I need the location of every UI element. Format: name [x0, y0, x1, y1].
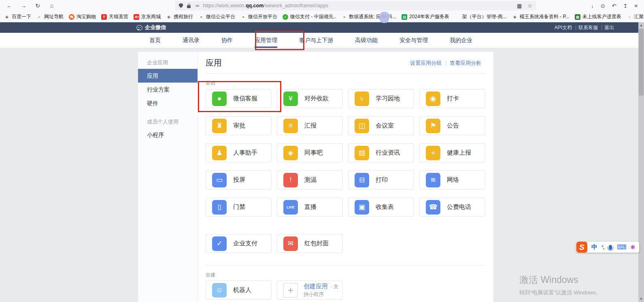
- nav-tab-label: 高级功能: [355, 37, 378, 43]
- bookmark-item[interactable]: ◗ 汇聚支付: [627, 13, 644, 20]
- wework-logo-icon: [136, 25, 142, 30]
- bookmark-item[interactable]: ● 微信开放平台: [240, 13, 277, 20]
- app-card[interactable]: + 健康上报: [419, 143, 485, 162]
- main-tab-bar: 首页 通讯录 协作 应用管理 客户与上下游 高级功能 安全与管理 我的企业: [0, 33, 638, 48]
- bookmark-item[interactable]: 架（平台）管理-商...: [455, 13, 507, 20]
- app-card[interactable]: ♟ 人事助手: [206, 143, 272, 162]
- scroll-down-icon[interactable]: ▼: [638, 296, 644, 302]
- microphone-icon[interactable]: [609, 245, 612, 250]
- bookmark-item[interactable]: ● 微信公众平台: [198, 13, 235, 20]
- bookmark-item[interactable]: ⊕ 百度一下: [4, 13, 31, 20]
- app-card[interactable]: ◈ 同事吧: [277, 143, 343, 162]
- app-card[interactable]: ✓ 企业支付: [206, 234, 272, 253]
- home-icon[interactable]: ⌂: [47, 2, 57, 9]
- sidebar-item[interactable]: 行业方案: [138, 83, 198, 96]
- url-path: /wework_admin/frame#/apps: [264, 3, 328, 9]
- scrollbar-thumb[interactable]: [639, 29, 644, 96]
- tracking-shield-icon[interactable]: [179, 3, 183, 8]
- url-bar[interactable]: o≡ https://work.weixin.qq.com/wework_adm…: [175, 1, 536, 11]
- app-label: 健康上报: [447, 149, 471, 157]
- bookmark-label: 模王系统准备资料 - P...: [520, 13, 570, 20]
- ime-skin-icon[interactable]: ✱: [630, 244, 635, 251]
- nav-tab[interactable]: 首页: [138, 33, 172, 48]
- sidebar-item[interactable]: 硬件: [138, 96, 198, 110]
- bookmark-item[interactable]: ⊕ 携程旅行: [166, 13, 193, 20]
- bookmark-item[interactable]: ✓ 微信支付 - 中国领先..: [283, 13, 336, 20]
- pay-app-grid: ✓ 企业支付 ✉ 红包封面: [206, 234, 485, 253]
- text-cursor-indicator: [380, 12, 389, 23]
- header-link[interactable]: API文档: [551, 24, 575, 31]
- app-card[interactable]: ! 测温: [277, 170, 343, 189]
- app-card[interactable]: ☺ 机器人: [206, 281, 272, 300]
- sogou-logo-icon[interactable]: S: [576, 242, 587, 253]
- page-action-link[interactable]: 查看应用分析: [446, 60, 485, 67]
- qr-scan-icon[interactable]: ▦: [517, 3, 522, 9]
- forward-icon[interactable]: →: [19, 2, 28, 9]
- bookmark-item[interactable]: ▦ 未上线客户进度表: [575, 13, 621, 20]
- app-card[interactable]: ▯ 门禁: [206, 198, 272, 217]
- account-icon[interactable]: ⊙: [601, 3, 605, 9]
- section-divider: [206, 265, 485, 266]
- ime-punctuation-toggle[interactable]: °,: [601, 245, 604, 250]
- nav-tab[interactable]: 我的企业: [439, 33, 483, 48]
- app-card[interactable]: ¥ 对外收款: [277, 89, 343, 108]
- keyboard-icon[interactable]: ⌨: [617, 243, 626, 251]
- app-label: 公告: [447, 122, 459, 130]
- bookmark-label: 汇聚支付: [634, 13, 644, 20]
- bookmark-item[interactable]: T 天猫直营: [101, 13, 128, 20]
- app-card[interactable]: ⊟ 打印: [348, 170, 414, 189]
- nav-tab-label: 应用管理: [255, 37, 277, 43]
- nav-tab[interactable]: 高级功能: [344, 33, 389, 48]
- history-undo-icon[interactable]: ↶: [612, 3, 616, 9]
- bookmark-item[interactable]: ✓ 网址导航: [36, 13, 64, 20]
- send-tab-icon[interactable]: ↥: [623, 3, 628, 9]
- back-icon[interactable]: ←: [4, 2, 14, 9]
- app-card[interactable]: ◫ 会议室: [348, 116, 414, 135]
- nav-tab[interactable]: 客户与上下游: [288, 33, 344, 48]
- lock-icon[interactable]: [187, 5, 191, 8]
- menu-icon[interactable]: ≡: [634, 3, 638, 9]
- app-card[interactable]: ▭ 投屏: [206, 170, 272, 189]
- toolbar-right-icons: ↓ ⊙ ↶ ↥ ≡: [591, 0, 638, 11]
- app-card[interactable]: ⚑ 公告: [419, 116, 485, 135]
- app-card[interactable]: ● 微信客服: [206, 89, 272, 108]
- download-icon[interactable]: ↓: [591, 3, 594, 9]
- yuan-collect-icon: ¥: [283, 91, 298, 106]
- bookmark-star-icon[interactable]: ☆: [527, 3, 532, 9]
- scroll-up-icon[interactable]: ▲: [638, 22, 644, 28]
- permissions-icon[interactable]: o≡: [196, 4, 199, 8]
- location-pin-icon: ◉: [426, 91, 440, 106]
- bookmark-item[interactable]: JD 京东商城: [134, 13, 161, 20]
- app-card[interactable]: ♜ 审批: [206, 116, 272, 135]
- app-card[interactable]: ≡ 汇报: [277, 116, 343, 135]
- create-app-card[interactable]: + 创建应用 · 支持小程序: [277, 281, 343, 300]
- header-link[interactable]: 联系客服: [575, 24, 601, 31]
- app-card[interactable]: ▤ 行业资讯: [348, 143, 414, 162]
- app-card[interactable]: ✉ 红包封面: [277, 234, 343, 253]
- bookmark-favicon: ⊕: [166, 14, 172, 20]
- app-card[interactable]: ◉ 打卡: [419, 89, 485, 108]
- nav-tab[interactable]: 应用管理: [244, 33, 288, 48]
- page-actions: 设置应用分组 查看应用分析: [406, 60, 485, 67]
- ime-language-toggle[interactable]: 中: [591, 243, 597, 251]
- bookmark-item[interactable]: 淘 淘宝购物: [69, 13, 96, 20]
- app-label: 学习园地: [376, 95, 400, 102]
- nav-tab[interactable]: 协作: [210, 33, 244, 48]
- app-card[interactable]: ♄ 学习园地: [348, 89, 414, 108]
- bookmark-item[interactable]: ⊕ 模王系统准备资料 - P...: [512, 13, 570, 20]
- app-card[interactable]: ≋ 网络: [419, 170, 485, 189]
- app-card[interactable]: ▣ 收集表: [348, 198, 414, 217]
- nav-tab[interactable]: 安全与管理: [389, 33, 439, 48]
- pay-check-bubble-icon: ✓: [212, 236, 227, 251]
- nav-tab[interactable]: 通讯录: [172, 33, 210, 48]
- header-link[interactable]: 退出: [601, 24, 617, 31]
- app-card[interactable]: ☎ 公费电话: [419, 198, 485, 217]
- bookmark-item[interactable]: ▤ 2024年客户服务表: [402, 13, 449, 20]
- page-action-link[interactable]: 设置应用分组: [406, 60, 446, 67]
- bookmark-favicon: ⊕: [512, 14, 518, 20]
- reload-icon[interactable]: ↻: [33, 2, 43, 9]
- app-card[interactable]: LIVE 直播: [277, 198, 343, 217]
- page-scrollbar[interactable]: ▲ ▼: [638, 22, 644, 302]
- sidebar-item[interactable]: 小程序: [138, 128, 198, 142]
- sidebar-item[interactable]: 应用: [138, 69, 198, 83]
